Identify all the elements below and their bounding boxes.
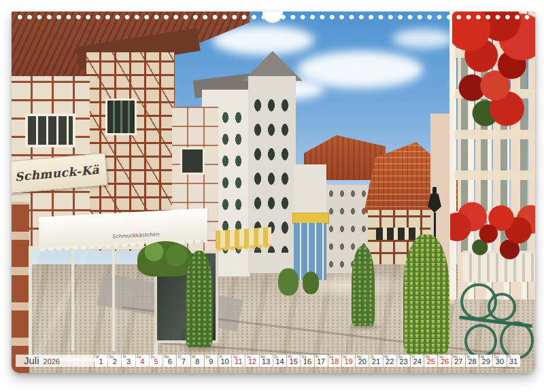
day-cell: Do2 [108,355,121,367]
calendar-page: Schmuck-Kä Schmuckkästchen [12,12,535,373]
day-cell: Mo6 [163,355,176,367]
day-cell: Di7 [177,355,190,367]
topiary-column [186,251,213,347]
day-cells: Mi1Do2Fr3Sa4So5Mo6Di7Mi8Do9Fr10Sa11So12M… [95,355,520,367]
day-cell: So19 [342,355,355,367]
day-cell: Fr17 [315,355,328,367]
day-cell: Sa25 [424,355,437,367]
timber-corner-post [12,202,29,373]
day-cell: So5 [150,355,163,367]
day-cell: Mi8 [191,355,204,367]
day-cell: Sa4 [136,355,149,367]
day-cell: Do9 [205,355,218,367]
street-photo: Schmuck-Kä Schmuckkästchen [12,12,535,373]
calendar-product-image: Schmuck-Kä Schmuckkästchen [0,0,544,392]
awning-text: Schmuckkästchen [112,231,159,240]
topiary-column [403,234,449,354]
day-cell: So12 [245,355,258,367]
day-cell: Sa18 [328,355,341,367]
day-cell: Mo13 [260,355,273,367]
day-cell: So26 [438,355,451,367]
lantern-finial [432,187,437,195]
day-cell: Fr3 [122,355,135,367]
window [25,113,75,147]
day-cell: Mi29 [479,355,492,367]
day-cell: Do30 [493,355,506,367]
day-cell: Mi15 [287,355,300,367]
bush [278,268,299,296]
year-label: 2026 [44,357,60,366]
window-row [376,228,420,240]
month-label: Juli 2026 [16,355,94,367]
day-cell: Mo20 [356,355,369,367]
bench-scroll [488,293,516,321]
hedge [137,241,193,277]
window [105,99,137,135]
month-name: Juli [24,355,39,367]
day-cell: Fr24 [411,355,424,367]
bench-scroll [464,324,497,358]
cloud [392,29,454,48]
red-flower-cascade [452,12,535,127]
wrought-iron-bench [459,282,535,357]
yellow-awning [216,227,271,249]
day-cell: Fr31 [507,355,520,367]
window-mullion [112,249,115,351]
day-cell: Di21 [369,355,382,367]
day-cell: Fr10 [218,355,231,367]
day-cell: Do16 [301,355,313,367]
day-cell: Di14 [273,355,286,367]
day-cell: Mo27 [452,355,465,367]
red-flower-boxes [450,196,535,264]
bush [303,272,319,294]
day-cell: Sa11 [232,355,245,367]
day-cell: Mi22 [384,355,396,367]
window [180,147,205,175]
topiary-column [352,246,375,326]
jewelry-shop-sign-text: Schmuck-Kä [14,163,100,184]
day-cell: Mi1 [95,355,107,367]
day-cell: Di28 [466,355,479,367]
window-mullion [71,249,74,351]
day-cell: Do23 [397,355,410,367]
